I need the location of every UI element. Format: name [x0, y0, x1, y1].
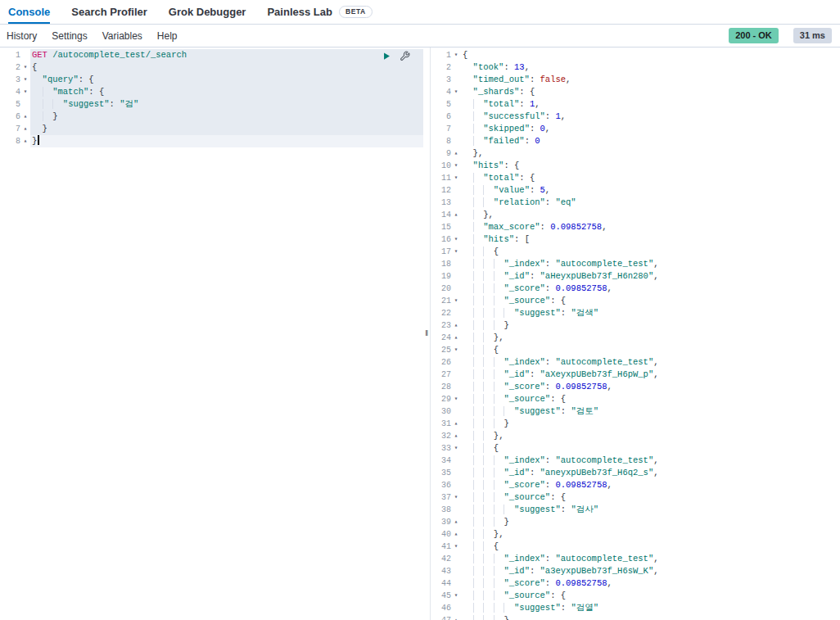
code-text: "_source": { [461, 491, 840, 504]
code-line: 39▴ } [431, 516, 840, 528]
menu-help[interactable]: Help [157, 30, 178, 42]
code-line: 13 "relation": "eq" [431, 197, 840, 209]
gutter: 32▴ [431, 430, 461, 442]
code-text: "max_score": 0.09852758, [461, 221, 840, 233]
code-line: 1▾{ [431, 49, 840, 61]
fold-toggle-icon[interactable]: ▴ [451, 147, 461, 160]
line-number: 6 [446, 111, 451, 123]
fold-toggle-icon[interactable]: ▾ [451, 172, 461, 184]
play-icon [382, 52, 391, 61]
code-text: } [461, 418, 840, 430]
code-text: } [461, 614, 840, 620]
code-line: 20 "_score": 0.09852758, [431, 283, 840, 295]
line-number: 34 [441, 455, 451, 467]
code-text: { [461, 344, 840, 356]
tab-search-profiler[interactable]: Search Profiler [71, 0, 147, 24]
code-line: 7 "skipped": 0, [431, 123, 840, 135]
line-number: 16 [441, 233, 451, 246]
fold-toggle-icon[interactable]: ▴ [451, 209, 461, 221]
tab-grok-debugger[interactable]: Grok Debugger [169, 0, 246, 24]
tab-console[interactable]: Console [8, 0, 50, 24]
menu-variables[interactable]: Variables [102, 30, 142, 42]
code-text: "_index": "autocomplete_test", [461, 455, 840, 467]
response-viewer[interactable]: 1▾{2 "took": 13,3 "timed_out": false,4▾ … [430, 48, 840, 620]
panel-resizer[interactable]: ‖ [423, 48, 430, 620]
code-text: "suggest": "검" [30, 98, 423, 111]
code-text: }, [461, 332, 840, 344]
menu-settings[interactable]: Settings [52, 30, 87, 42]
code-text: "_id": "aXeyxpUBeb73f_H6pW_p", [461, 369, 840, 381]
gutter: 42 [431, 553, 461, 565]
fold-toggle-icon[interactable]: ▴ [451, 528, 461, 541]
fold-toggle-icon[interactable]: ▾ [451, 590, 461, 602]
line-number: 33 [441, 442, 451, 455]
fold-toggle-icon[interactable]: ▾ [451, 491, 461, 504]
fold-toggle-icon[interactable]: ▾ [451, 295, 461, 307]
gutter: 34 [431, 455, 461, 467]
request-actions [382, 51, 410, 61]
gutter: 35 [431, 467, 461, 479]
code-line: 6▴ } [0, 111, 423, 123]
fold-toggle-icon[interactable]: ▴ [451, 614, 461, 620]
menu-history[interactable]: History [7, 30, 37, 42]
code-text: "suggest": "검사" [461, 504, 840, 516]
gutter: 17▾ [431, 246, 461, 258]
line-number: 41 [441, 541, 451, 553]
request-options-button[interactable] [400, 51, 410, 61]
code-text: "timed_out": false, [461, 74, 840, 86]
line-number: 29 [441, 393, 451, 405]
line-number: 8 [446, 135, 451, 147]
fold-toggle-icon[interactable]: ▾ [451, 49, 461, 61]
fold-toggle-icon[interactable]: ▴ [451, 332, 461, 344]
code-line: 5 "total": 1, [431, 98, 840, 111]
code-line: 42 "_index": "autocomplete_test", [431, 553, 840, 565]
fold-toggle-icon[interactable]: ▾ [451, 86, 461, 98]
gutter: 7▴ [0, 123, 30, 135]
fold-toggle-icon[interactable]: ▾ [451, 541, 461, 553]
fold-toggle-icon[interactable]: ▴ [451, 319, 461, 332]
fold-toggle-icon[interactable]: ▾ [451, 246, 461, 258]
fold-toggle-icon[interactable]: ▴ [451, 516, 461, 528]
fold-toggle-icon[interactable]: ▴ [20, 135, 30, 147]
gutter: 40▴ [431, 528, 461, 541]
gutter: 4▾ [0, 86, 30, 98]
line-number: 24 [441, 332, 451, 344]
code-line: 44 "_score": 0.09852758, [431, 577, 840, 590]
fold-toggle-icon[interactable]: ▾ [451, 442, 461, 455]
code-text: "suggest": "검색" [461, 307, 840, 319]
code-text: "failed": 0 [461, 135, 840, 147]
fold-toggle-icon[interactable]: ▾ [20, 74, 30, 86]
line-number: 1 [16, 49, 20, 61]
gutter: 3 [431, 74, 461, 86]
fold-toggle-icon[interactable]: ▾ [20, 86, 30, 98]
code-text: "_id": "aneyxpUBeb73f_H6q2_s", [461, 467, 840, 479]
code-text: "match": { [30, 86, 423, 98]
send-request-button[interactable] [382, 51, 391, 61]
fold-toggle-icon[interactable]: ▴ [20, 123, 30, 135]
gutter: 47▴ [431, 614, 461, 620]
fold-toggle-icon[interactable]: ▾ [451, 160, 461, 172]
fold-toggle-icon[interactable]: ▴ [20, 111, 30, 123]
request-editor[interactable]: 1GET /autocomplete_test/_search2▾{3▾ "qu… [0, 48, 423, 620]
gutter: 38 [431, 504, 461, 516]
tab-painless-lab[interactable]: Painless Lab BETA [267, 0, 372, 24]
code-line: 3▾ "query": { [0, 74, 423, 86]
line-number: 11 [441, 172, 451, 184]
fold-toggle-icon[interactable]: ▾ [451, 233, 461, 246]
code-text: "took": 13, [461, 61, 840, 74]
fold-toggle-icon[interactable]: ▴ [451, 430, 461, 442]
gutter: 2 [431, 61, 461, 74]
fold-toggle-icon[interactable]: ▾ [20, 61, 30, 74]
fold-toggle-icon[interactable]: ▴ [451, 418, 461, 430]
fold-toggle-icon[interactable]: ▾ [451, 393, 461, 405]
gutter: 28 [431, 381, 461, 393]
gutter: 16▾ [431, 233, 461, 246]
code-line: 25▾ { [431, 344, 840, 356]
line-number: 7 [446, 123, 451, 135]
code-line: 26 "_index": "autocomplete_test", [431, 356, 840, 369]
code-line: 17▾ { [431, 246, 840, 258]
line-number: 28 [441, 381, 451, 393]
code-text: "relation": "eq" [461, 197, 840, 209]
fold-toggle-icon[interactable]: ▾ [451, 344, 461, 356]
code-line: 34 "_index": "autocomplete_test", [431, 455, 840, 467]
